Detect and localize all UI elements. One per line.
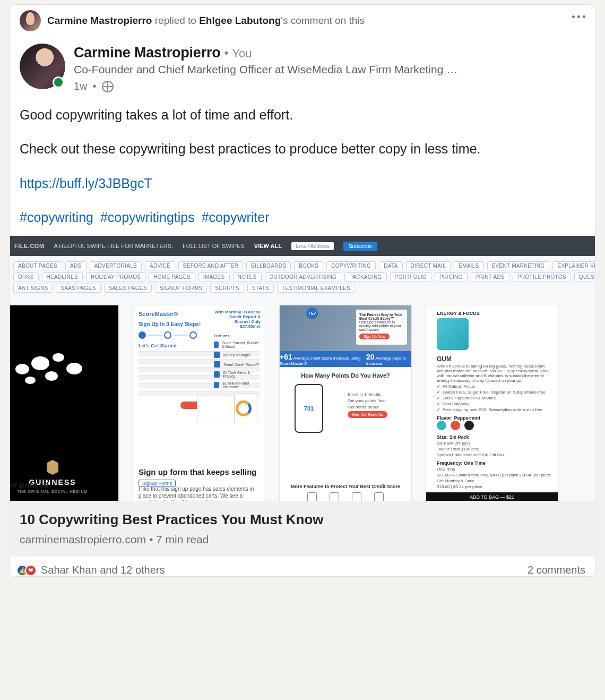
- preview-tag: DATA: [379, 261, 402, 270]
- post-header: Carmine Mastropierro • You Co-Founder an…: [10, 38, 595, 92]
- post-time: 1w: [74, 80, 88, 92]
- activity-text: Carmine Mastropierro replied to Ehlgee L…: [47, 14, 365, 28]
- preview-tag: PACKAGING: [344, 272, 386, 281]
- preview-tag: QUESTIONS: [574, 272, 595, 281]
- preview-nav: FILE.COM A HELPFUL SWIPE FILE FOR MARKET…: [10, 236, 595, 256]
- comments-count[interactable]: 2 comments: [528, 564, 585, 576]
- preview-tag: HEADLINES: [42, 272, 83, 281]
- link-preview-title: 10 Copywriting Best Practices You Must K…: [20, 511, 585, 528]
- preview-tag: HOME PAGES: [149, 272, 195, 281]
- post-card: Carmine Mastropierro replied to Ehlgee L…: [10, 4, 595, 577]
- preview-thumb: ScoreMaster® Sign Up In 3 Easy Steps! Le…: [133, 305, 265, 501]
- hashtag[interactable]: #copywritingtips: [100, 210, 195, 225]
- preview-tag: BILLBOARDS: [246, 261, 291, 270]
- preview-tag: PRINT ADS: [471, 272, 509, 281]
- preview-tag: PRICING: [435, 272, 468, 281]
- post-menu-button[interactable]: [572, 15, 585, 18]
- link-preview-image[interactable]: FILE.COM A HELPFUL SWIPE FILE FOR MARKET…: [10, 235, 595, 501]
- author-name[interactable]: Carmine Mastropierro: [74, 45, 221, 61]
- author-avatar[interactable]: [20, 44, 65, 89]
- post-time-row: 1w •: [74, 80, 457, 92]
- hashtag[interactable]: #copywriter: [202, 210, 270, 225]
- preview-thumbnails: GUINNESS THE ORIGINAL SOCIAL MEDIUM Scor…: [10, 305, 595, 501]
- preview-tag: DIRECT MAIL: [406, 261, 451, 270]
- globe-icon: [102, 81, 114, 92]
- reactions-summary[interactable]: 👍 ❤ Sahar Khan and 12 others: [20, 564, 165, 576]
- preview-tag: SAAS PAGES: [56, 284, 100, 293]
- preview-tag: ADS: [65, 261, 86, 270]
- post-body: Good copywriting takes a lot of time and…: [10, 92, 595, 235]
- preview-tag: NOTES: [233, 272, 262, 281]
- preview-tag: PROFILE PHOTOS: [513, 272, 571, 281]
- actor-avatar[interactable]: [20, 10, 41, 31]
- preview-tag: ABOUT PAGES: [13, 261, 62, 270]
- preview-tag: EMAILS: [454, 261, 483, 270]
- preview-tag-rows: ABOUT PAGESADSADVERTORIALSADVICEBEFORE A…: [10, 256, 595, 297]
- social-row: 👍 ❤ Sahar Khan and 12 others 2 comments: [10, 557, 595, 576]
- actor-name[interactable]: Carmine Mastropierro: [47, 15, 152, 26]
- preview-tag: SCRIPTS: [210, 284, 244, 293]
- post-meta: Carmine Mastropierro • You Co-Founder an…: [74, 44, 457, 92]
- author-line: Carmine Mastropierro • You: [74, 45, 457, 61]
- preview-tag: BOOKS: [294, 261, 323, 270]
- preview-caption-clipped: ver beer print ad Ads le message with li…: [10, 480, 129, 501]
- preview-tag: EVENT MARKETING: [487, 261, 550, 270]
- harp-icon: [47, 460, 58, 475]
- preview-tag: OUTDOOR ADVERTISING: [265, 272, 342, 281]
- preview-tag: PORTFOLIO: [390, 272, 431, 281]
- activity-header: Carmine Mastropierro replied to Ehlgee L…: [10, 5, 595, 38]
- preview-tag: ANT SIGNS: [13, 284, 53, 293]
- preview-tag: IMAGES: [198, 272, 230, 281]
- hashtag-row: #copywriting #copywritingtips #copywrite…: [20, 208, 585, 227]
- preview-thumb: ENERGY & FOCUS GUM When it comes to taki…: [426, 305, 558, 501]
- you-label: You: [232, 47, 252, 60]
- post-paragraph: Good copywriting takes a lot of time and…: [20, 105, 585, 124]
- preview-tag: ADVERTORIALS: [90, 261, 142, 270]
- preview-tag: TESTIMONIAL EXAMPLES: [277, 284, 355, 293]
- post-paragraph: Check out these copywriting best practic…: [20, 139, 585, 158]
- comment-author[interactable]: Ehlgee Labutong: [199, 15, 281, 26]
- preview-tag: SALES PAGES: [104, 284, 152, 293]
- preview-tag: ORKS: [13, 272, 39, 281]
- preview-tag: EXPLAINER VIDEOS: [552, 261, 595, 270]
- link-preview-footer[interactable]: 10 Copywriting Best Practices You Must K…: [10, 501, 595, 557]
- link-preview-subtitle: carminemastropierro.com • 7 min read: [20, 533, 585, 546]
- preview-tag: STATS: [247, 284, 274, 293]
- preview-tag: SIGNUP FORMS: [155, 284, 208, 293]
- preview-thumb: GUINNESS THE ORIGINAL SOCIAL MEDIUM: [10, 305, 119, 501]
- preview-tag: HOLIDAY PROMOS: [86, 272, 145, 281]
- preview-tag: BEFORE AND AFTER: [178, 261, 243, 270]
- preview-tag: ADVICE: [145, 261, 175, 270]
- love-icon: ❤: [25, 565, 37, 576]
- post-link[interactable]: https://buff.ly/3JBBgcT: [20, 176, 152, 191]
- reactors-text: Sahar Khan and 12 others: [41, 564, 165, 576]
- hashtag[interactable]: #copywriting: [20, 210, 93, 225]
- preview-tag: COPYWRITING: [326, 261, 376, 270]
- online-indicator: [53, 76, 64, 88]
- author-headline: Co-Founder and Chief Marketing Officer a…: [74, 63, 457, 76]
- preview-thumb: +57 The Fastest Way to Your Best Credit …: [279, 305, 412, 501]
